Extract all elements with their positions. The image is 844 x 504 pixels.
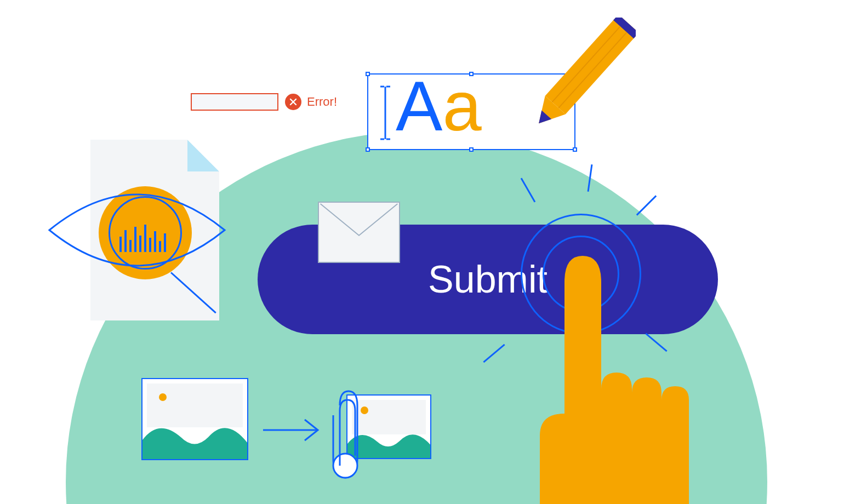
typography-lowercase: a bbox=[442, 67, 481, 145]
arrow-right-icon bbox=[262, 416, 322, 444]
paperclip-icon bbox=[329, 383, 362, 482]
illustration-stage: Error! Aa bbox=[0, 0, 844, 504]
analytics-bars-icon bbox=[119, 225, 166, 252]
selection-handle-icon[interactable] bbox=[366, 72, 370, 76]
typography-sample: Aa bbox=[396, 71, 482, 141]
error-close-icon bbox=[285, 94, 301, 110]
image-thumbnail-large bbox=[141, 378, 248, 460]
pointing-hand-icon bbox=[507, 249, 726, 504]
pencil-icon bbox=[504, 18, 636, 160]
text-cursor-icon bbox=[379, 84, 391, 141]
svg-rect-5 bbox=[545, 18, 636, 114]
selection-handle-icon[interactable] bbox=[366, 147, 370, 152]
selection-handle-icon[interactable] bbox=[469, 147, 474, 152]
error-label: Error! bbox=[307, 95, 337, 109]
tap-spark-icon bbox=[636, 195, 657, 215]
typography-capital: A bbox=[396, 67, 442, 145]
error-field-group: Error! bbox=[191, 93, 337, 111]
error-input-field[interactable] bbox=[191, 93, 278, 111]
svg-point-12 bbox=[333, 454, 357, 478]
envelope-icon bbox=[318, 202, 400, 263]
